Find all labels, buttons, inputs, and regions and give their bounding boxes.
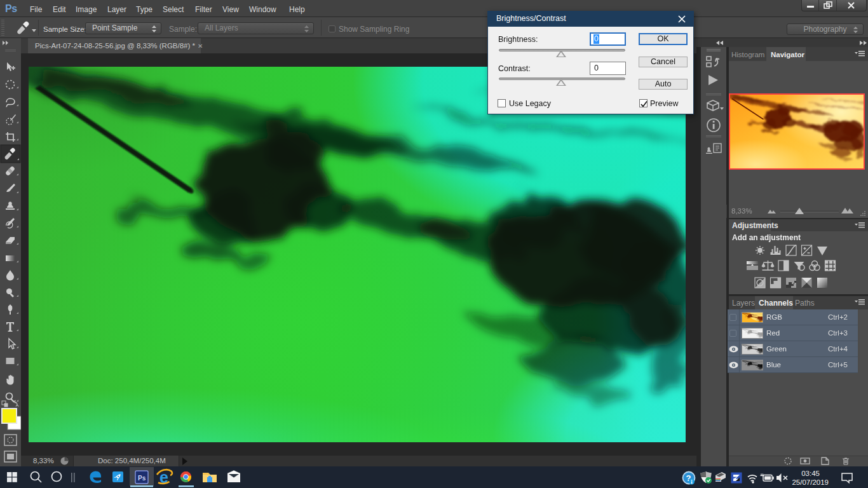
svg-text:Ps: Ps xyxy=(138,475,146,482)
svg-text:25/07/2019: 25/07/2019 xyxy=(792,478,829,486)
svg-text:03:45: 03:45 xyxy=(801,470,820,477)
